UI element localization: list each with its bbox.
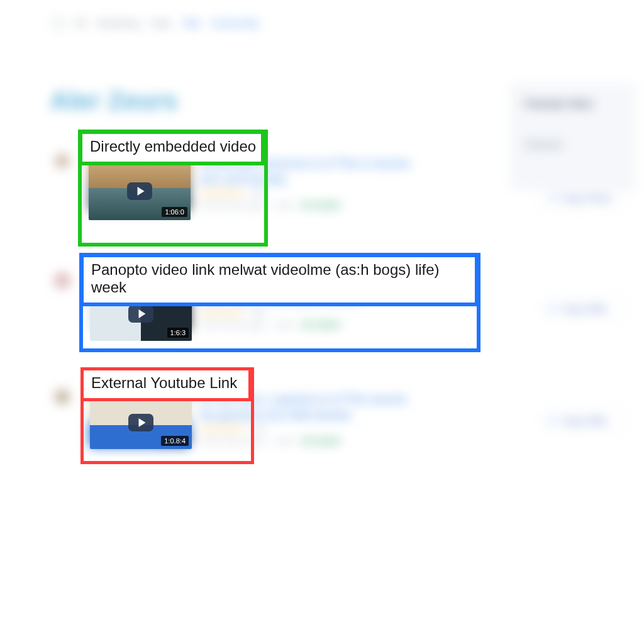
nav-community[interactable]: Community	[211, 18, 259, 28]
nav-date[interactable]: Date	[151, 18, 171, 28]
nav-icon[interactable]	[53, 18, 64, 28]
avatar[interactable]	[55, 154, 69, 168]
sidebar-filter-pill[interactable]: ✔ Sopy Wlifo	[540, 296, 628, 321]
avatar[interactable]	[55, 390, 69, 404]
annotation-label: Directly embedded video	[79, 130, 265, 165]
sidebar-section: Cannue	[525, 138, 620, 151]
sidebar-filter-pill[interactable]: ✔ Sopy Srless	[540, 185, 628, 210]
annotation-box-red: External Youtube Link	[80, 367, 254, 464]
annotation-label: External Youtube Link	[80, 367, 252, 401]
check-icon: ✔	[549, 414, 557, 426]
top-nav: All Streaming Date Title Community	[53, 18, 258, 28]
nav-title[interactable]: Title	[182, 18, 200, 28]
result-tag[interactable]: 26 trailed	[301, 200, 340, 210]
page-title: Aler Zeurs	[50, 87, 178, 115]
result-tag[interactable]: 26 trailed	[301, 436, 340, 446]
sidebar-heading: Famale Ideo	[525, 97, 620, 111]
sidebar-panel: Famale Ideo Cannue	[509, 83, 635, 190]
pill-label: Sopy Srless	[562, 192, 613, 203]
nav-all[interactable]: All	[75, 18, 86, 28]
check-icon: ✔	[549, 192, 557, 204]
sidebar-filter-pill[interactable]: ✔ Sopy Wlifo	[540, 408, 628, 433]
annotation-box-green: Directly embedded video	[78, 130, 268, 247]
annotation-label: Panopto video link melwat videolme (as:h…	[80, 253, 479, 306]
pill-label: Sopy Wlifo	[562, 415, 608, 426]
avatar[interactable]	[55, 274, 69, 287]
nav-stream[interactable]: Streaming	[97, 18, 140, 28]
annotation-box-blue: Panopto video link melwat videolme (as:h…	[79, 253, 480, 352]
check-icon: ✔	[549, 303, 557, 314]
pill-label: Sopy Wlifo	[562, 303, 608, 314]
